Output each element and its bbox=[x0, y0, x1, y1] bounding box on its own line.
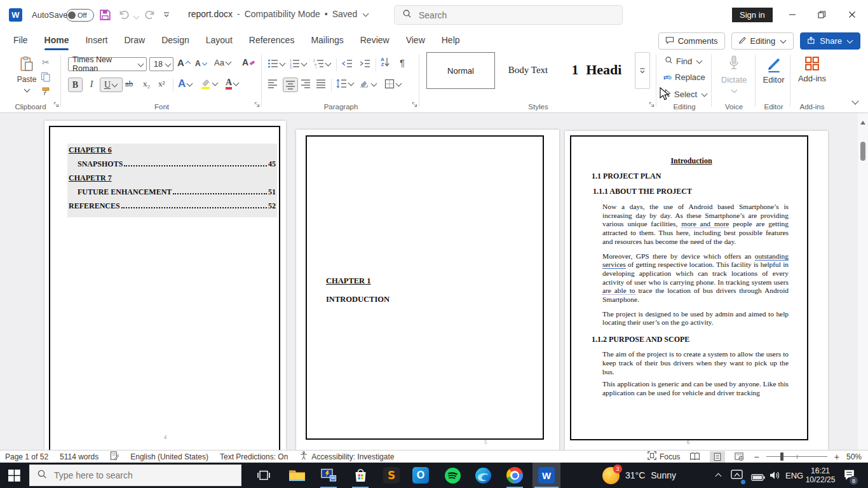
toc-entry-row[interactable]: FUTURE ENHANCEMENT 51 bbox=[69, 187, 276, 201]
decrease-indent-button[interactable] bbox=[341, 58, 353, 69]
document-page-2[interactable]: CHAPTER 1 INTRODUCTION 5 bbox=[296, 130, 559, 450]
language-indicator[interactable]: English (United States) bbox=[130, 452, 208, 461]
web-layout-button[interactable] bbox=[732, 451, 747, 463]
styles-dialog-launcher-icon[interactable] bbox=[649, 98, 654, 110]
tab-review[interactable]: Review bbox=[352, 30, 398, 51]
sign-in-button[interactable]: Sign in bbox=[732, 8, 773, 22]
text-predictions[interactable]: Text Predictions: On bbox=[220, 452, 288, 461]
table-of-contents[interactable]: CHAPETR 6 SNAPSHOTS 45 CHAPETR 7 FUTURE … bbox=[67, 144, 277, 217]
align-right-button[interactable] bbox=[301, 79, 311, 88]
tab-draw[interactable]: Draw bbox=[116, 30, 153, 51]
undo-icon[interactable] bbox=[118, 9, 130, 21]
tab-mailings[interactable]: Mailings bbox=[302, 30, 351, 51]
tab-references[interactable]: References bbox=[241, 30, 303, 51]
borders-button[interactable] bbox=[384, 79, 402, 89]
cut-icon[interactable]: ✂ bbox=[42, 57, 50, 67]
weather-widget[interactable]: 3 31°C Sunny bbox=[602, 463, 676, 488]
replace-button[interactable]: ⇄b Replace bbox=[663, 72, 705, 82]
show-hide-marks-button[interactable]: ¶ bbox=[400, 57, 405, 68]
style-normal[interactable]: Normal bbox=[426, 52, 495, 89]
font-dialog-launcher-icon[interactable] bbox=[254, 98, 260, 110]
copy-icon[interactable] bbox=[41, 72, 51, 82]
notification-center-button[interactable]: 8 bbox=[843, 468, 856, 484]
zoom-in-button[interactable]: + bbox=[834, 452, 839, 462]
change-case-button[interactable]: Aa bbox=[214, 58, 232, 67]
vertical-scrollbar[interactable] bbox=[858, 113, 868, 450]
chrome-button[interactable] bbox=[501, 463, 529, 488]
remote-desktop-button[interactable] bbox=[315, 463, 342, 488]
spotify-button[interactable] bbox=[438, 463, 466, 488]
toc-chapter-row[interactable]: CHAPETR 7 bbox=[69, 173, 276, 187]
titlebar-search-box[interactable] bbox=[394, 5, 623, 25]
text-effects-button[interactable]: A bbox=[178, 78, 193, 90]
zoom-slider-thumb[interactable] bbox=[780, 452, 783, 461]
print-layout-button[interactable] bbox=[710, 451, 725, 463]
search-input[interactable] bbox=[417, 10, 598, 21]
read-mode-button[interactable] bbox=[688, 451, 703, 463]
document-title[interactable]: report.docx - Compatibility Mode • Saved bbox=[188, 9, 369, 19]
scrollbar-thumb[interactable] bbox=[860, 142, 865, 161]
subscript-button[interactable]: x₂ bbox=[143, 79, 150, 89]
style-body-text[interactable]: Body Text bbox=[498, 52, 559, 88]
edge-button[interactable] bbox=[469, 463, 497, 488]
comments-button[interactable]: Comments bbox=[658, 32, 725, 50]
document-page-1[interactable]: CHAPETR 6 SNAPSHOTS 45 CHAPETR 7 FUTURE … bbox=[44, 121, 286, 450]
word-app-icon[interactable]: W bbox=[9, 8, 22, 22]
format-painter-icon[interactable] bbox=[41, 86, 51, 97]
font-size-combo[interactable]: 18 bbox=[149, 57, 173, 71]
page3-content[interactable]: Introduction 1.1 PROJECT PLAN 1.1.1 ABOU… bbox=[592, 156, 791, 403]
tab-design[interactable]: Design bbox=[153, 30, 198, 51]
outlook-button[interactable]: O bbox=[407, 463, 435, 488]
scroll-up-icon[interactable] bbox=[860, 116, 866, 128]
select-button[interactable]: Select bbox=[664, 89, 708, 99]
toc-chapter-row[interactable]: CHAPETR 6 bbox=[69, 146, 276, 159]
autosave-toggle[interactable]: Off bbox=[66, 9, 94, 22]
shrink-font-button[interactable]: A bbox=[195, 59, 208, 68]
focus-button[interactable]: Focus bbox=[648, 451, 681, 462]
addins-button[interactable]: Add-ins bbox=[792, 56, 832, 83]
paragraph-dialog-launcher-icon[interactable] bbox=[412, 98, 417, 110]
redo-icon[interactable] bbox=[144, 9, 156, 21]
dictate-button[interactable]: Dictate bbox=[712, 55, 756, 96]
paste-button[interactable]: Paste bbox=[14, 56, 39, 95]
italic-button[interactable]: I bbox=[86, 78, 97, 91]
volume-icon[interactable] bbox=[770, 471, 781, 482]
editing-mode-button[interactable]: Editing bbox=[731, 32, 794, 50]
tab-home[interactable]: Home bbox=[36, 30, 78, 51]
task-view-button[interactable] bbox=[250, 463, 278, 488]
collapse-ribbon-icon[interactable] bbox=[851, 96, 859, 107]
tab-layout[interactable]: Layout bbox=[198, 30, 241, 51]
justify-button[interactable] bbox=[316, 79, 326, 88]
customize-toolbar-icon[interactable] bbox=[163, 11, 170, 18]
tab-view[interactable]: View bbox=[398, 30, 433, 51]
proofing-icon[interactable] bbox=[110, 451, 119, 463]
increase-indent-button[interactable] bbox=[359, 58, 370, 69]
toc-entry-row[interactable]: REFERENCES 52 bbox=[69, 201, 276, 215]
toc-entry-row[interactable]: SNAPSHOTS 45 bbox=[69, 159, 276, 173]
save-icon[interactable] bbox=[99, 9, 111, 21]
screen-cast-icon[interactable] bbox=[731, 470, 743, 483]
undo-chevron-icon[interactable] bbox=[133, 13, 140, 20]
font-name-combo[interactable]: Times New Roman bbox=[68, 57, 147, 71]
zoom-percentage[interactable]: 50% bbox=[846, 452, 862, 461]
accessibility-status[interactable]: Accessibility: Investigate bbox=[299, 451, 394, 462]
clipboard-dialog-launcher-icon[interactable] bbox=[53, 98, 59, 110]
zoom-slider[interactable] bbox=[766, 452, 827, 461]
close-button[interactable] bbox=[837, 0, 867, 29]
align-center-button[interactable] bbox=[283, 78, 298, 92]
clock-widget[interactable]: 16:21 10/22/25 bbox=[799, 463, 841, 488]
zoom-out-button[interactable]: − bbox=[754, 452, 759, 462]
word-count[interactable]: 5114 words bbox=[60, 452, 98, 461]
font-color-button[interactable]: A bbox=[226, 78, 240, 90]
styles-gallery-more-button[interactable] bbox=[635, 52, 650, 89]
bullets-button[interactable] bbox=[268, 58, 286, 69]
word-taskbar-button[interactable]: W bbox=[532, 463, 560, 488]
sublime-text-button[interactable]: S bbox=[377, 463, 405, 488]
sort-button[interactable]: AZ bbox=[381, 57, 390, 67]
tab-file[interactable]: File bbox=[5, 30, 36, 51]
tray-expand-chevron-icon[interactable] bbox=[714, 471, 722, 482]
tab-insert[interactable]: Insert bbox=[77, 30, 116, 51]
taskbar-search-box[interactable] bbox=[29, 464, 241, 486]
bold-button[interactable]: B bbox=[68, 78, 83, 92]
document-page-3[interactable]: Introduction 1.1 PROJECT PLAN 1.1.1 ABOU… bbox=[565, 131, 828, 450]
